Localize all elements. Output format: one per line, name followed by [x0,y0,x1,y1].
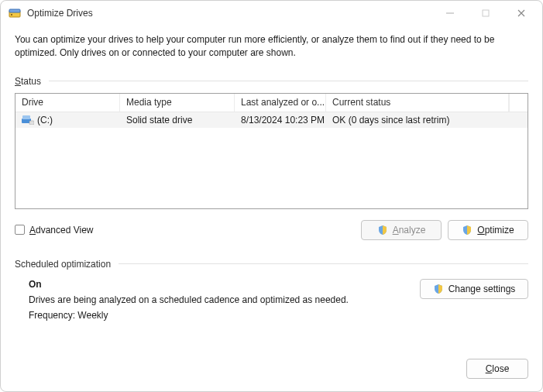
advanced-view-label: Advanced View [29,225,94,236]
analyze-label: Analyze [393,225,426,236]
svg-rect-6 [29,121,34,125]
schedule-desc: Drives are being analyzed on a scheduled… [29,294,407,305]
column-media-type[interactable]: Media type [120,94,235,112]
svg-rect-1 [9,9,20,12]
cell-last: 8/13/2024 10:23 PM [235,115,326,126]
maximize-button[interactable] [468,1,503,26]
cell-media: Solid state drive [120,115,235,126]
drives-list[interactable]: Drive Media type Last analyzed or o... C… [15,93,528,209]
divider [119,263,528,264]
titlebar[interactable]: Optimize Drives [1,1,542,26]
divider [49,81,528,81]
shield-icon [377,225,388,236]
svg-point-2 [11,14,12,15]
drive-icon [22,115,34,125]
shield-icon [433,284,444,294]
status-section-label: Status [15,76,41,87]
advanced-view-checkbox[interactable]: Advanced View [15,225,94,236]
close-label: Close [486,363,510,374]
change-settings-button[interactable]: Change settings [420,279,528,299]
column-last-analyzed[interactable]: Last analyzed or o... [235,94,326,112]
checkbox-box[interactable] [15,225,25,235]
scheduled-section-label: Scheduled optimization [15,259,111,270]
minimize-button[interactable] [432,1,468,26]
intro-text: You can optimize your drives to help you… [15,33,528,60]
cell-status: OK (0 days since last retrim) [326,115,509,126]
content-area: You can optimize your drives to help you… [1,26,542,391]
schedule-frequency: Frequency: Weekly [29,310,407,321]
optimize-label: Optimize [477,225,514,236]
column-drive[interactable]: Drive [15,94,120,112]
app-icon [9,7,21,19]
change-settings-label: Change settings [448,284,516,294]
schedule-state: On [29,279,407,290]
table-header: Drive Media type Last analyzed or o... C… [15,94,528,112]
table-row[interactable]: (C:) Solid state drive 8/13/2024 10:23 P… [15,112,528,128]
close-window-button[interactable] [503,1,539,26]
close-button[interactable]: Close [466,359,528,379]
svg-rect-3 [483,10,489,16]
window-title: Optimize Drives [27,8,93,19]
optimize-drives-window: Optimize Drives You can optimize your dr… [0,0,543,392]
analyze-button[interactable]: Analyze [361,220,442,240]
shield-icon [462,225,473,236]
optimize-button[interactable]: Optimize [448,220,528,240]
drive-label: (C:) [37,115,53,126]
svg-rect-5 [22,115,30,119]
column-spacer [509,94,528,112]
column-current-status[interactable]: Current status [326,94,509,112]
